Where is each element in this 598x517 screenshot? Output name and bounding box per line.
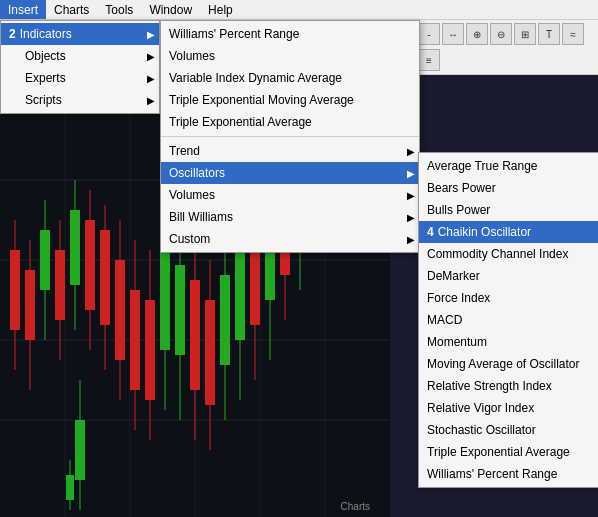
oscillators-submenu: Average True Range Bears Power Bulls Pow… <box>418 152 598 488</box>
sub-tea[interactable]: Triple Exponential Average <box>161 111 419 133</box>
toolbar-zoom-out[interactable]: - <box>418 23 440 45</box>
menu-objects[interactable]: Objects ▶ <box>1 45 159 67</box>
sub-williams-percent[interactable]: Williams' Percent Range <box>161 23 419 45</box>
sub-oscillators[interactable]: Oscillators ▶ <box>161 162 419 184</box>
osc-cci[interactable]: Commodity Channel Index <box>419 243 598 265</box>
menubar-help[interactable]: Help <box>200 0 241 19</box>
osc-force[interactable]: Force Index <box>419 287 598 309</box>
osc-macd[interactable]: MACD <box>419 309 598 331</box>
svg-rect-14 <box>25 270 35 340</box>
svg-rect-20 <box>70 210 80 285</box>
svg-rect-38 <box>205 300 215 405</box>
indicators-arrow: ▶ <box>147 29 155 40</box>
menu-experts[interactable]: Experts ▶ <box>1 67 159 89</box>
toolbar-grid[interactable]: ⊞ <box>514 23 536 45</box>
menubar: Insert Charts Tools Window Help <box>0 0 598 20</box>
objects-arrow: ▶ <box>147 51 155 62</box>
menubar-window[interactable]: Window <box>141 0 200 19</box>
toolbar: + - ↔ ⊕ ⊖ ⊞ T ≈ | ≡ <box>390 20 598 75</box>
svg-text:Charts: Charts <box>341 501 370 512</box>
sub-custom[interactable]: Custom ▶ <box>161 228 419 250</box>
osc-momentum[interactable]: Momentum <box>419 331 598 353</box>
osc-osma[interactable]: Moving Average of Oscillator <box>419 353 598 375</box>
svg-rect-22 <box>85 220 95 310</box>
svg-rect-26 <box>115 260 125 360</box>
osc-wpr[interactable]: Williams' Percent Range <box>419 463 598 485</box>
svg-rect-28 <box>130 290 140 390</box>
sub-vidya[interactable]: Variable Index Dynamic Average <box>161 67 419 89</box>
osc-atr[interactable]: Average True Range <box>419 155 598 177</box>
svg-rect-16 <box>40 230 50 290</box>
osc-trix[interactable]: Triple Exponential Average <box>419 441 598 463</box>
experts-arrow: ▶ <box>147 73 155 84</box>
osc-demarker[interactable]: DeMarker <box>419 265 598 287</box>
sub-volumes[interactable]: Volumes <box>161 45 419 67</box>
sub-bill-williams[interactable]: Bill Williams ▶ <box>161 206 419 228</box>
svg-rect-34 <box>175 265 185 355</box>
osc-chaikin[interactable]: 4 Chaikin Oscillator <box>419 221 598 243</box>
toolbar-wave[interactable]: ≈ <box>562 23 584 45</box>
menubar-tools[interactable]: Tools <box>97 0 141 19</box>
osc-bulls[interactable]: Bulls Power <box>419 199 598 221</box>
osc-bears[interactable]: Bears Power <box>419 177 598 199</box>
svg-rect-32 <box>160 250 170 350</box>
sub-volumes2[interactable]: Volumes ▶ <box>161 184 419 206</box>
custom-arrow: ▶ <box>407 234 415 245</box>
sub-tema[interactable]: Triple Exponential Moving Average <box>161 89 419 111</box>
volumes-arrow: ▶ <box>407 190 415 201</box>
svg-rect-36 <box>190 280 200 390</box>
svg-rect-64 <box>66 475 74 500</box>
toolbar-zoom-out-v[interactable]: ⊖ <box>490 23 512 45</box>
svg-rect-30 <box>145 300 155 400</box>
indicators-icon: 2 <box>9 27 16 41</box>
sub-separator <box>161 136 419 137</box>
toolbar-fit[interactable]: ↔ <box>442 23 464 45</box>
oscillators-arrow: ▶ <box>407 168 415 179</box>
menu-scripts[interactable]: Scripts ▶ <box>1 89 159 111</box>
insert-menu: 2 Indicators ▶ Objects ▶ Experts ▶ Scrip… <box>0 20 160 114</box>
menubar-insert[interactable]: Insert <box>0 0 46 19</box>
scripts-arrow: ▶ <box>147 95 155 106</box>
toolbar-bar[interactable]: ≡ <box>418 49 440 71</box>
toolbar-zoom-in-v[interactable]: ⊕ <box>466 23 488 45</box>
toolbar-text[interactable]: T <box>538 23 560 45</box>
osc-rvi[interactable]: Relative Vigor Index <box>419 397 598 419</box>
svg-rect-24 <box>100 230 110 325</box>
svg-rect-40 <box>220 275 230 365</box>
bill-williams-arrow: ▶ <box>407 212 415 223</box>
svg-rect-62 <box>75 420 85 480</box>
osc-stoch[interactable]: Stochastic Oscillator <box>419 419 598 441</box>
menu-indicators[interactable]: 2 Indicators ▶ <box>1 23 159 45</box>
osc-rsi[interactable]: Relative Strength Index <box>419 375 598 397</box>
chaikin-icon: 4 <box>427 225 434 239</box>
svg-rect-42 <box>235 250 245 340</box>
sub-trend[interactable]: Trend ▶ <box>161 140 419 162</box>
menubar-charts[interactable]: Charts <box>46 0 97 19</box>
svg-rect-18 <box>55 250 65 320</box>
indicators-submenu: Williams' Percent Range Volumes Variable… <box>160 20 420 253</box>
trend-arrow: ▶ <box>407 146 415 157</box>
svg-rect-12 <box>10 250 20 330</box>
